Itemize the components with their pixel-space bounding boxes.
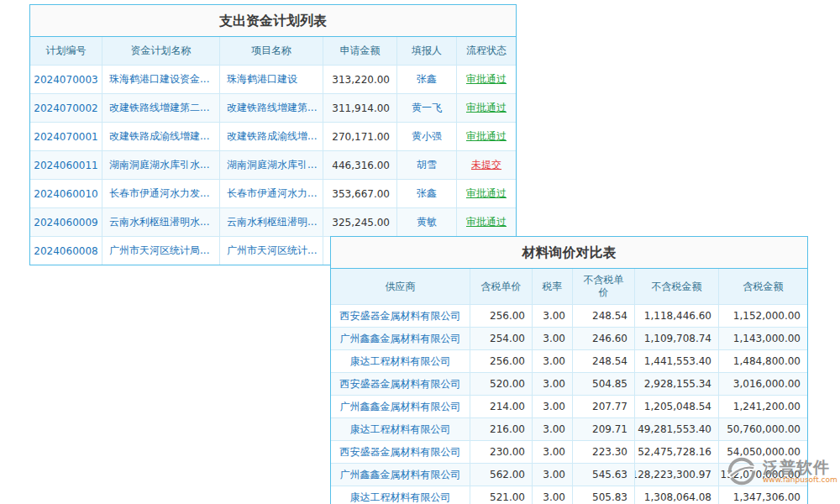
cell-plan-no[interactable]: 2024070002 [30, 94, 102, 122]
cell-plan-no[interactable]: 2024060008 [30, 237, 102, 265]
cell-project[interactable]: 广州市天河区统计... [220, 237, 323, 265]
column-header-tax-price: 含税单价 [470, 269, 533, 304]
cell-status[interactable]: 审批通过 [457, 94, 516, 122]
cell-net-price: 209.71 [573, 418, 635, 440]
table-row: 2024060011湖南洞庭湖水库引水...湖南洞庭湖水库引...446,316… [30, 150, 516, 179]
table-row: 西安盛器金属材料有限公司256.003.00248.541,118,446.60… [331, 304, 807, 327]
cell-plan-no[interactable]: 2024070003 [30, 66, 102, 93]
cell-plan-no[interactable]: 2024070001 [30, 123, 102, 150]
cell-tax-amount: 50,760,000.00 [719, 418, 807, 440]
cell-tax-rate: 3.00 [533, 350, 573, 372]
cell-net-amount: 1,118,446.60 [635, 305, 719, 327]
cell-supplier[interactable]: 康达工程材料有限公司 [331, 350, 470, 372]
cell-fund-name[interactable]: 广州市天河区统计局... [102, 237, 220, 265]
page: 支出资金计划列表 计划编号 资金计划名称 项目名称 申请金额 填报人 流程状态 … [0, 0, 840, 504]
cell-supplier[interactable]: 广州鑫鑫金属材料有限公司 [331, 464, 470, 486]
cell-amount: 311,914.00 [323, 94, 397, 122]
table-row: 广州鑫鑫金属材料有限公司254.003.00246.601,109,708.74… [331, 327, 807, 349]
cell-supplier[interactable]: 康达工程材料有限公司 [331, 418, 470, 440]
material-compare-table-header: 供应商 含税单价 税率 不含税单价 不含税金额 含税金额 [331, 269, 807, 304]
watermark-brand: 泛普软件 [763, 459, 837, 476]
cell-fund-name[interactable]: 改建铁路成渝线增建... [102, 123, 220, 150]
table-row: 康达工程材料有限公司521.003.00505.831,308,064.081,… [331, 486, 807, 504]
column-header-amount: 申请金额 [323, 37, 397, 65]
cell-supplier[interactable]: 广州鑫鑫金属材料有限公司 [331, 396, 470, 417]
cell-supplier[interactable]: 西安盛器金属材料有限公司 [331, 441, 470, 463]
cell-project[interactable]: 珠海鹤港口建设 [220, 66, 323, 93]
cell-tax-price: 256.00 [470, 305, 533, 327]
cell-fund-name[interactable]: 改建铁路线增建第二... [102, 94, 220, 122]
cell-fund-name[interactable]: 云南水利枢纽潜明水... [102, 208, 220, 236]
cell-tax-amount: 1,241,200.00 [719, 396, 807, 417]
table-row: 2024070002改建铁路线增建第二...改建铁路线增建第...311,914… [30, 93, 516, 122]
cell-net-price: 248.54 [573, 350, 635, 372]
cell-filler: 黄敏 [397, 208, 457, 236]
cell-supplier[interactable]: 西安盛器金属材料有限公司 [331, 373, 470, 395]
cell-status[interactable]: 审批通过 [457, 123, 516, 150]
cell-net-price: 207.77 [573, 396, 635, 417]
cell-supplier[interactable]: 西安盛器金属材料有限公司 [331, 305, 470, 327]
cell-net-amount: 1,109,708.74 [635, 328, 719, 349]
cell-tax-amount: 1,152,000.00 [719, 305, 807, 327]
fund-plan-table-header: 计划编号 资金计划名称 项目名称 申请金额 填报人 流程状态 [30, 37, 516, 65]
cell-fund-name[interactable]: 长春市伊通河水力发... [102, 180, 220, 207]
cell-filler: 黄小强 [397, 123, 457, 150]
cell-status[interactable]: 审批通过 [457, 180, 516, 207]
cell-tax-rate: 3.00 [533, 441, 573, 463]
fund-plan-table-title: 支出资金计划列表 [30, 5, 516, 37]
cell-plan-no[interactable]: 2024060009 [30, 208, 102, 236]
cell-plan-no[interactable]: 2024060010 [30, 180, 102, 207]
table-row: 西安盛器金属材料有限公司520.003.00504.852,928,155.34… [331, 372, 807, 395]
cell-project[interactable]: 长春市伊通河水力... [220, 180, 323, 207]
cell-project[interactable]: 改建铁路线增建第... [220, 94, 323, 122]
table-row: 康达工程材料有限公司216.003.00209.7149,281,553.405… [331, 417, 807, 440]
cell-tax-price: 520.00 [470, 373, 533, 395]
cell-tax-rate: 3.00 [533, 305, 573, 327]
cell-tax-price: 230.00 [470, 441, 533, 463]
cell-net-amount: 2,928,155.34 [635, 373, 719, 395]
cell-fund-name[interactable]: 珠海鹤港口建设资金... [102, 66, 220, 93]
cell-filler: 黄一飞 [397, 94, 457, 122]
cell-tax-rate: 3.00 [533, 418, 573, 440]
column-header-project: 项目名称 [220, 37, 323, 65]
cell-status[interactable]: 未提交 [457, 151, 516, 179]
column-header-tax-amount: 含税金额 [719, 269, 807, 304]
column-header-net-amount: 不含税金额 [635, 269, 719, 304]
cell-net-price: 504.85 [573, 373, 635, 395]
cell-tax-amount: 1,143,000.00 [719, 328, 807, 349]
cell-project[interactable]: 改建铁路成渝线增... [220, 123, 323, 150]
cell-tax-amount: 3,016,000.00 [719, 373, 807, 395]
cell-tax-rate: 3.00 [533, 464, 573, 486]
column-header-filler: 填报人 [397, 37, 457, 65]
cell-tax-rate: 3.00 [533, 486, 573, 504]
cell-status[interactable]: 审批通过 [457, 66, 516, 93]
cell-project[interactable]: 云南水利枢纽潜明... [220, 208, 323, 236]
column-header-supplier: 供应商 [331, 269, 470, 304]
cell-net-amount: 1,441,553.40 [635, 350, 719, 372]
cell-amount: 270,171.00 [323, 123, 397, 150]
cell-tax-amount: 1,484,800.00 [719, 350, 807, 372]
cell-net-price: 223.30 [573, 441, 635, 463]
watermark: 泛普软件 www.fanpusoft.com [726, 455, 837, 487]
cell-filler: 胡雪 [397, 151, 457, 179]
watermark-url: www.fanpusoft.com [763, 476, 837, 485]
cell-project[interactable]: 湖南洞庭湖水库引... [220, 151, 323, 179]
cell-supplier[interactable]: 广州鑫鑫金属材料有限公司 [331, 328, 470, 349]
column-header-plan-no: 计划编号 [30, 37, 102, 65]
cell-tax-price: 216.00 [470, 418, 533, 440]
table-row: 2024070001改建铁路成渝线增建...改建铁路成渝线增...270,171… [30, 122, 516, 150]
cell-tax-price: 521.00 [470, 486, 533, 504]
table-row: 广州鑫鑫金属材料有限公司214.003.00207.771,205,048.54… [331, 395, 807, 417]
cell-net-price: 246.60 [573, 328, 635, 349]
cell-fund-name[interactable]: 湖南洞庭湖水库引水... [102, 151, 220, 179]
cell-supplier[interactable]: 康达工程材料有限公司 [331, 486, 470, 504]
cell-plan-no[interactable]: 2024060011 [30, 151, 102, 179]
table-row: 2024060010长春市伊通河水力发...长春市伊通河水力...353,667… [30, 179, 516, 207]
cell-tax-price: 214.00 [470, 396, 533, 417]
cell-status[interactable]: 审批通过 [457, 208, 516, 236]
cell-amount: 353,667.00 [323, 180, 397, 207]
column-header-status: 流程状态 [457, 37, 516, 65]
cell-amount: 446,316.00 [323, 151, 397, 179]
cell-amount: 313,220.00 [323, 66, 397, 93]
cell-net-price: 505.83 [573, 486, 635, 504]
